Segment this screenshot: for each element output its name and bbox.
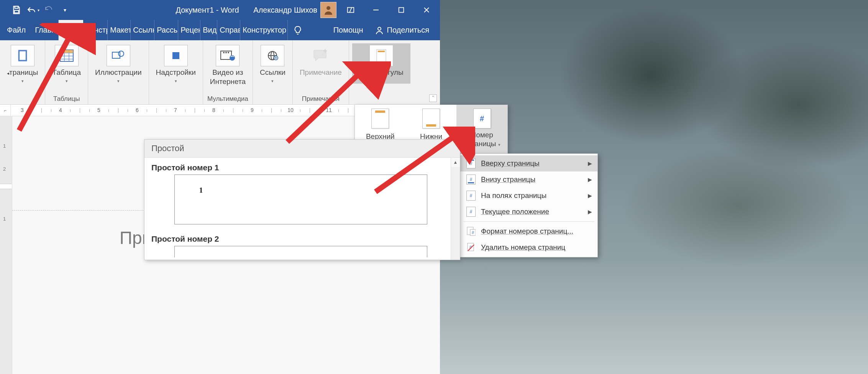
tell-me-button[interactable] <box>288 20 308 40</box>
gallery-scrollbar[interactable]: ▲ <box>451 158 460 260</box>
vruler-num: 1 <box>3 143 6 149</box>
save-button[interactable] <box>9 3 24 17</box>
scroll-track[interactable] <box>451 167 460 260</box>
ruler-number: 3 <box>21 107 24 113</box>
illustrations-button[interactable]: Иллюстрации ▾ <box>91 43 146 84</box>
addins-button[interactable]: Надстройки ▾ <box>152 43 200 84</box>
ruler-number: 4 <box>59 107 62 113</box>
svg-point-23 <box>226 52 226 53</box>
menu-item-current-position[interactable]: # Текущее положение ▶ <box>460 204 597 220</box>
help-menu[interactable]: Помощн <box>333 26 363 35</box>
menu-separator <box>463 221 594 222</box>
submenu-arrow-icon: ▶ <box>588 209 592 215</box>
links-button[interactable]: Ссылки ▾ <box>256 43 289 84</box>
minimize-button[interactable] <box>365 0 387 20</box>
tab-mailings[interactable]: Рассы <box>154 20 178 40</box>
undo-button[interactable]: ▾ <box>25 3 40 17</box>
pages-button[interactable]: ◂траницы ▾ <box>3 43 42 84</box>
pages-label: траницы <box>9 68 38 76</box>
menu-item-bottom-of-page[interactable]: # Внизу страницы ▶ <box>460 171 597 188</box>
current-position-icon: # <box>466 207 476 217</box>
share-icon <box>375 26 384 35</box>
ruler-number: 8 <box>212 107 215 113</box>
link-icon <box>261 45 284 66</box>
header-footer-button[interactable]: Колонтитулы ▾ <box>352 43 410 84</box>
tab-review[interactable]: Рецен <box>178 20 200 40</box>
gallery-item-preview-2[interactable] <box>174 246 427 257</box>
gallery-item-label-1: Простой номер 1 <box>151 163 453 172</box>
pagenum-label-2: страницы <box>464 140 496 148</box>
comment-button[interactable]: + Примечание <box>296 43 346 77</box>
gallery-item-label-2: Простой номер 2 <box>151 234 453 244</box>
dropdown-icon: ▾ <box>175 79 177 84</box>
tab-view[interactable]: Вид <box>200 20 217 40</box>
svg-rect-17 <box>60 50 73 53</box>
illustrations-label: Иллюстрации <box>95 68 142 77</box>
vruler-margin-marker[interactable] <box>0 184 12 189</box>
header-icon <box>371 109 389 129</box>
vertical-ruler[interactable]: 1 2 1 <box>0 116 12 374</box>
ruler-number: 5 <box>97 107 100 113</box>
ribbon-group-headerfooter: Колонтитулы ▾ <box>349 40 413 104</box>
addins-icon <box>164 45 188 66</box>
svg-point-19 <box>118 51 124 56</box>
ribbon-group-comments: + Примечание Примечания <box>293 40 349 104</box>
user-name[interactable]: Александр Шихов <box>253 6 317 15</box>
shapes-icon <box>107 45 130 66</box>
submenu-arrow-icon: ▶ <box>588 193 592 199</box>
user-avatar[interactable] <box>320 2 336 18</box>
redo-button <box>41 3 56 17</box>
menu-item-remove-page-numbers[interactable]: # Удалить номера страниц <box>460 239 597 255</box>
undo-dropdown-icon[interactable]: ▾ <box>38 8 39 12</box>
ruler-corner[interactable]: ⌐ <box>0 105 11 116</box>
tab-constructor[interactable]: Конструктор <box>240 20 288 40</box>
close-button[interactable] <box>415 0 438 20</box>
tab-layout[interactable]: Макет <box>108 20 131 40</box>
tab-file[interactable]: Файл <box>0 20 33 40</box>
links-label: Ссылки <box>260 68 286 77</box>
submenu-arrow-icon: ▶ <box>588 160 592 166</box>
page-top-icon: # <box>466 158 476 168</box>
maximize-button[interactable] <box>390 0 412 20</box>
dropdown-icon: ▾ <box>21 79 24 84</box>
collapse-ribbon-icon[interactable]: ˆ <box>429 94 437 102</box>
page-number-menu: # Вверху страницы ▶ # Внизу страницы ▶ #… <box>460 153 598 257</box>
tab-home[interactable]: Главна <box>33 20 59 40</box>
menu-item-format-page-numbers[interactable]: # Формат номеров страниц... <box>460 223 597 239</box>
scroll-up-icon[interactable]: ▲ <box>451 158 460 167</box>
share-button[interactable]: Поделиться <box>375 26 429 35</box>
ruler-number: 7 <box>174 107 177 113</box>
ribbon-tabs: Файл Главна Вставк Констр Макет Ссылк Ра… <box>0 20 440 40</box>
footer-icon <box>422 109 440 129</box>
menu-label: Текущее положение <box>481 208 549 216</box>
qat-customize-icon[interactable]: ▾ <box>57 3 72 17</box>
menu-label: Вверху страницы <box>481 159 540 168</box>
ribbon-group-media: Видео изИнтернета Мультимедиа <box>203 40 253 104</box>
svg-point-8 <box>378 27 381 30</box>
menu-label: На полях страницы <box>481 191 546 200</box>
svg-text:#: # <box>472 230 474 235</box>
svg-point-2 <box>327 6 330 10</box>
media-group-label: Мультимедиа <box>207 94 248 104</box>
ribbon-display-options-icon[interactable] <box>340 0 362 20</box>
svg-rect-5 <box>399 8 404 13</box>
dropdown-icon: ▾ <box>117 79 120 84</box>
page-number-button[interactable]: # Номер страницы ▾ <box>456 105 507 154</box>
menu-item-page-margins[interactable]: # На полях страницы ▶ <box>460 188 597 204</box>
tables-group-label: Таблицы <box>53 94 80 104</box>
tab-help[interactable]: Справ <box>217 20 240 40</box>
menu-label: Внизу страницы <box>481 175 535 184</box>
document-title: Документ1 - Word <box>176 6 239 15</box>
tab-references[interactable]: Ссылк <box>131 20 154 40</box>
tab-insert[interactable]: Вставк <box>59 20 83 40</box>
online-video-button[interactable]: Видео изИнтернета <box>206 43 249 86</box>
table-button[interactable]: Таблица ▾ <box>48 43 85 84</box>
remove-icon: # <box>466 242 476 252</box>
ribbon-group-links: Ссылки ▾ <box>253 40 293 104</box>
svg-point-29 <box>274 56 278 60</box>
ribbon: ◂траницы ▾ Таблица ▾ Таблицы <box>0 40 440 105</box>
tab-design[interactable]: Констр <box>83 20 108 40</box>
menu-item-top-of-page[interactable]: # Вверху страницы ▶ <box>460 155 597 171</box>
svg-point-24 <box>228 52 229 53</box>
gallery-item-preview-1[interactable]: 1 <box>174 175 427 224</box>
